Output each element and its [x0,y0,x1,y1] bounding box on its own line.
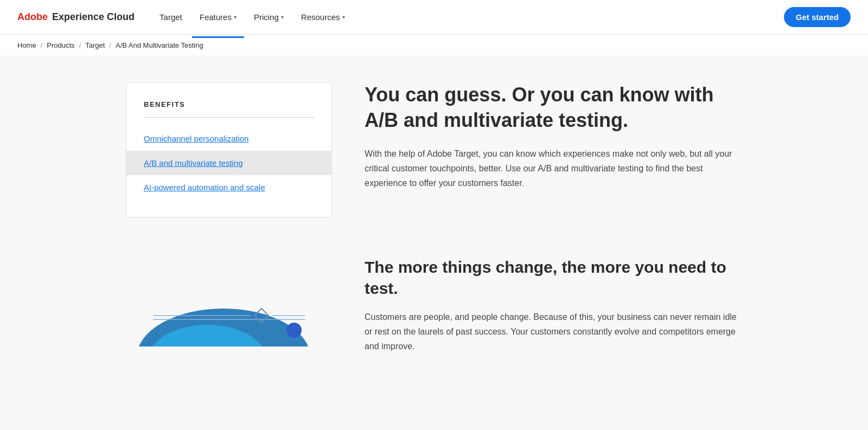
sidebar-item-ab-testing[interactable]: A/B and multivariate testing [126,151,331,175]
benefits-sidebar: BENEFITS Omnichannel personalization A/B… [126,82,332,217]
main-heading: You can guess. Or you can know with A/B … [365,82,742,133]
breadcrumb-sep-3: / [109,41,111,49]
illustration [126,243,332,346]
chevron-down-icon: ▾ [342,14,345,20]
nav-item-pricing[interactable]: Pricing ▾ [246,8,291,26]
lower-body: Customers are people, and people change.… [365,310,742,354]
get-started-button[interactable]: Get started [784,7,851,27]
breadcrumb-home[interactable]: Home [17,41,36,49]
nav-item-resources[interactable]: Resources ▾ [293,8,353,26]
navbar: Adobe Experience Cloud Target Features ▾… [0,0,868,35]
nav-item-target[interactable]: Target [152,8,190,26]
main-section: You can guess. Or you can know with A/B … [365,82,742,190]
sidebar-divider [144,117,314,118]
breadcrumb-sep-1: / [41,41,43,49]
lower-content: The more things change, the more you nee… [108,243,760,387]
breadcrumb-target[interactable]: Target [85,41,105,49]
lower-text-section: The more things change, the more you nee… [365,243,742,354]
sidebar-title: BENEFITS [126,100,331,117]
sidebar-item-ai-automation[interactable]: AI-powered automation and scale [126,175,331,200]
sidebar-item-omnichannel[interactable]: Omnichannel personalization [126,126,331,151]
logo-product: Experience Cloud [52,11,135,23]
main-body: With the help of Adobe Target, you can k… [365,146,742,191]
main-content: BENEFITS Omnichannel personalization A/B… [108,56,760,243]
chevron-down-icon: ▾ [234,14,237,20]
breadcrumb-current: A/B And Multivariate Testing [116,41,203,49]
breadcrumb-sep-2: / [79,41,81,49]
nav-links: Target Features ▾ Pricing ▾ Resources ▾ [152,8,767,26]
breadcrumb-products[interactable]: Products [47,41,74,49]
chevron-down-icon: ▾ [281,14,284,20]
nav-item-features[interactable]: Features ▾ [192,8,244,26]
logo[interactable]: Adobe Experience Cloud [17,11,135,23]
logo-adobe: Adobe [17,11,48,23]
lower-heading: The more things change, the more you nee… [365,256,742,299]
breadcrumb: Home / Products / Target / A/B And Multi… [0,35,868,56]
svg-point-4 [286,323,302,338]
